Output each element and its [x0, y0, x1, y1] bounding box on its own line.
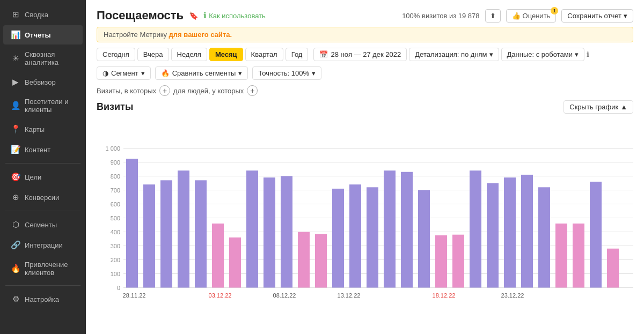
bar-13 — [349, 184, 361, 287]
bar-28 — [607, 249, 619, 288]
chevron-down-icon: ▾ — [489, 50, 493, 58]
period-today[interactable]: Сегодня — [97, 48, 135, 61]
share-button[interactable]: ⬆ — [485, 9, 501, 23]
bar-0 — [126, 159, 138, 288]
settings-icon: ⚙ — [11, 294, 20, 304]
maps-icon: 📍 — [11, 124, 20, 134]
bar-8 — [264, 177, 275, 287]
bar-23 — [521, 175, 533, 288]
hide-chart-button[interactable]: Скрыть график ▲ — [564, 100, 633, 114]
period-info-icon[interactable]: ℹ — [587, 50, 589, 58]
svg-text:700: 700 — [111, 187, 120, 194]
bar-22 — [504, 177, 516, 287]
bar-19 — [452, 235, 464, 288]
sidebar-item-label: Карты — [25, 125, 45, 133]
sidebar-item-label: Контент — [25, 146, 50, 154]
goals-icon: 🎯 — [11, 172, 20, 182]
visitors-icon: 👤 — [11, 101, 20, 110]
sidebar-item-reports[interactable]: 📊 Отчеты — [3, 25, 83, 44]
svg-text:23.12.22: 23.12.22 — [501, 292, 524, 299]
sidebar-item-settings[interactable]: ⚙ Настройка — [3, 290, 83, 309]
share-icon: ⬆ — [490, 12, 496, 20]
visits-info: 100% визитов из 19 878 — [402, 12, 479, 20]
webvisor-icon: ▶ — [11, 77, 20, 87]
bar-10 — [298, 232, 310, 288]
sidebar-item-acquisition[interactable]: 🔥 Привлечение клиентов — [3, 256, 83, 281]
svg-text:200: 200 — [111, 257, 120, 263]
bar-12 — [332, 189, 344, 288]
chevron-up-icon: ▲ — [620, 103, 627, 111]
rate-button[interactable]: 👍 Оценить 1 — [506, 9, 557, 23]
sidebar-item-cross-analytics[interactable]: ✳ Сквозная аналитика — [3, 46, 83, 71]
sidebar-item-conversions[interactable]: ⊕ Конверсии — [3, 188, 83, 207]
bar-20 — [470, 170, 481, 287]
date-range-picker[interactable]: 📅 28 ноя — 27 дек 2022 — [313, 48, 407, 61]
sidebar-item-maps[interactable]: 📍 Карты — [3, 120, 83, 139]
chevron-down-icon: ▾ — [141, 69, 145, 77]
svg-text:300: 300 — [111, 243, 120, 249]
sidebar-item-webvisor[interactable]: ▶ Вебвизор — [3, 72, 83, 92]
bar-5 — [212, 224, 224, 288]
accuracy-dropdown[interactable]: Точность: 100% ▾ — [252, 66, 321, 80]
main-content: Посещаемость 🔖 ℹ Как использовать 100% в… — [86, 0, 644, 334]
sidebar-item-content[interactable]: 📝 Контент — [3, 140, 83, 159]
save-report-button[interactable]: Сохранить отчет ▾ — [561, 9, 633, 23]
detail-dropdown[interactable]: Детализация: по дням ▾ — [409, 48, 499, 61]
period-quarter[interactable]: Квартал — [245, 48, 283, 61]
bar-27 — [590, 182, 602, 288]
sidebar: ⊞ Сводка 📊 Отчеты ✳ Сквозная аналитика ▶… — [0, 0, 86, 334]
notice-text: Настройте Метрику для вашего сайта. — [104, 31, 232, 39]
sidebar-item-label: Вебвизор — [25, 78, 56, 86]
add-people-segment-button[interactable]: + — [247, 85, 258, 96]
bar-21 — [487, 183, 499, 288]
reports-icon: 📊 — [11, 30, 20, 40]
compare-segments-dropdown[interactable]: 🔥 Сравнить сегменты ▾ — [155, 66, 248, 80]
filter-row: ◑ Сегмент ▾ 🔥 Сравнить сегменты ▾ Точнос… — [97, 66, 633, 80]
sidebar-item-segments[interactable]: ⬡ Сегменты — [3, 215, 83, 234]
period-month[interactable]: Месяц — [209, 48, 243, 61]
sidebar-item-goals[interactable]: 🎯 Цели — [3, 167, 83, 187]
sidebar-item-integrations[interactable]: 🔗 Интеграции — [3, 235, 83, 255]
bar-6 — [229, 237, 241, 288]
bar-4 — [195, 180, 207, 287]
period-week[interactable]: Неделя — [171, 48, 207, 61]
sidebar-item-label: Сегменты — [25, 221, 57, 229]
chart-area: 1 000 900 800 700 600 500 400 300 200 10… — [97, 116, 633, 325]
bar-7 — [246, 170, 258, 287]
chevron-down-icon: ▾ — [312, 69, 316, 77]
overview-icon: ⊞ — [11, 10, 20, 19]
rate-icon: 👍 — [512, 12, 521, 20]
segments-icon: ⬡ — [11, 220, 20, 229]
data-dropdown[interactable]: Данные: с роботами ▾ — [501, 48, 584, 61]
svg-text:08.12.22: 08.12.22 — [273, 292, 296, 299]
chart-svg: 1 000 900 800 700 600 500 400 300 200 10… — [97, 116, 633, 325]
acquisition-icon: 🔥 — [11, 264, 20, 273]
page-title: Посещаемость — [97, 9, 184, 23]
svg-text:500: 500 — [111, 215, 120, 221]
period-year[interactable]: Год — [286, 48, 309, 61]
how-to-use-link[interactable]: ℹ Как использовать — [203, 11, 266, 20]
notice-bar: Настройте Метрику для вашего сайта. — [97, 27, 633, 42]
conversions-icon: ⊕ — [11, 192, 20, 202]
calendar-icon: 📅 — [319, 50, 328, 58]
content-icon: 📝 — [11, 145, 20, 154]
rate-badge: 1 — [551, 7, 558, 14]
chart-title: Визиты — [97, 101, 133, 113]
add-visit-segment-button[interactable]: + — [159, 85, 170, 96]
sidebar-item-visitors[interactable]: 👤 Посетители и клиенты — [3, 93, 83, 118]
sidebar-divider — [5, 163, 80, 164]
sidebar-item-overview[interactable]: ⊞ Сводка — [3, 5, 83, 24]
bookmark-icon[interactable]: 🔖 — [189, 11, 198, 20]
integrations-icon: 🔗 — [11, 240, 20, 250]
sidebar-item-label: Цели — [25, 173, 41, 181]
compare-icon: 🔥 — [161, 69, 170, 77]
bar-15 — [384, 170, 396, 287]
sidebar-item-label: Конверсии — [25, 194, 59, 202]
sidebar-divider-2 — [5, 211, 80, 211]
segment-dropdown[interactable]: ◑ Сегмент ▾ — [97, 66, 151, 80]
info-circle-icon: ℹ — [203, 11, 207, 20]
svg-text:03.12.22: 03.12.22 — [209, 292, 232, 299]
sidebar-item-label: Настройка — [25, 295, 59, 303]
period-yesterday[interactable]: Вчера — [137, 48, 169, 61]
chevron-down-icon: ▾ — [238, 69, 242, 77]
